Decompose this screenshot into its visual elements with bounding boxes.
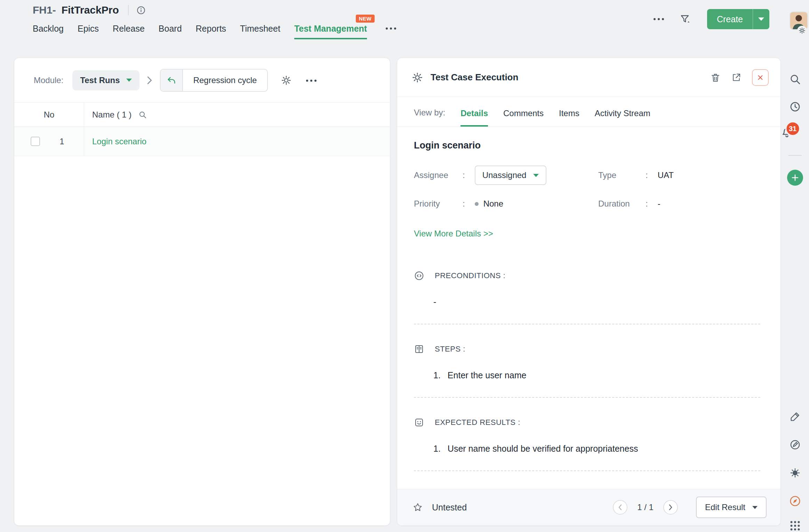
profile-settings-icon[interactable] — [797, 26, 807, 35]
tab-backlog[interactable]: Backlog — [33, 24, 64, 39]
project-name: FitTrackPro — [62, 4, 119, 16]
steps-label: STEPS : — [435, 345, 465, 354]
tab-activity-stream[interactable]: Activity Stream — [595, 108, 650, 127]
preconditions-label: PRECONDITIONS : — [435, 271, 505, 280]
priority-dot — [475, 202, 479, 206]
view-more-details-link[interactable]: View More Details >> — [414, 229, 493, 239]
step-number: 1. — [433, 370, 441, 380]
cycle-name[interactable]: Regression cycle — [183, 75, 267, 85]
close-icon[interactable] — [752, 69, 769, 86]
column-name-label: Name ( 1 ) — [92, 110, 131, 120]
previous-page-icon[interactable] — [613, 500, 627, 515]
theme-icon[interactable] — [789, 467, 801, 479]
priority-field: Priority : None — [414, 194, 598, 213]
row-checkbox[interactable] — [31, 137, 40, 146]
module-dropdown[interactable]: Test Runs — [72, 70, 139, 90]
open-new-icon[interactable] — [731, 72, 742, 83]
tab-comments[interactable]: Comments — [503, 108, 544, 127]
expected-result-text: User name should be verified for appropr… — [448, 444, 638, 454]
tab-test-management[interactable]: Test Management NEW — [294, 24, 367, 39]
step-text: Enter the user name — [448, 370, 527, 380]
type-field: Type : UAT — [598, 166, 760, 185]
view-by-label: View by: — [414, 108, 445, 127]
trash-icon[interactable] — [710, 72, 721, 83]
table-header: No Name ( 1 ) — [14, 103, 390, 127]
tab-board[interactable]: Board — [159, 24, 182, 39]
project-nav: Backlog Epics Release Board Reports Time… — [33, 22, 396, 39]
priority-label: Priority — [414, 199, 463, 209]
edit-result-button[interactable]: Edit Result — [696, 497, 767, 518]
steps-header: STEPS : — [414, 344, 760, 354]
chevron-down-icon — [752, 506, 758, 509]
type-label: Type — [598, 170, 646, 180]
info-icon[interactable] — [136, 6, 146, 15]
test-runs-toolbar: Module: Test Runs Regression cycle — [14, 58, 390, 103]
next-page-icon[interactable] — [663, 500, 678, 515]
draw-icon[interactable] — [789, 439, 801, 451]
table-row[interactable]: 1 Login scenario — [14, 127, 390, 156]
create-button-label[interactable]: Create — [707, 9, 753, 29]
create-button[interactable]: Create — [707, 9, 769, 29]
assignee-dropdown[interactable]: Unassigned — [475, 166, 547, 185]
tab-timesheet[interactable]: Timesheet — [240, 24, 280, 39]
notifications-icon[interactable]: 31 — [781, 127, 809, 138]
timer-icon[interactable] — [789, 101, 801, 113]
column-divider — [84, 103, 84, 156]
duration-value: - — [658, 199, 660, 209]
search-icon[interactable] — [138, 111, 147, 119]
settings-icon[interactable] — [281, 75, 291, 86]
explore-icon[interactable] — [789, 495, 801, 507]
tab-reports[interactable]: Reports — [196, 24, 226, 39]
chevron-down-icon — [126, 79, 132, 82]
column-name: Name ( 1 ) — [84, 110, 147, 120]
global-search-icon[interactable] — [789, 73, 801, 85]
tab-details[interactable]: Details — [460, 108, 488, 127]
tab-release[interactable]: Release — [113, 24, 145, 39]
create-caret-icon[interactable] — [753, 9, 769, 29]
notification-badge[interactable]: 31 — [785, 121, 800, 136]
case-fields: Assignee : Unassigned Type : UAT Priori — [414, 166, 760, 213]
pen-icon[interactable] — [789, 411, 801, 422]
assignee-field: Assignee : Unassigned — [414, 166, 598, 185]
tab-epics[interactable]: Epics — [78, 24, 99, 39]
test-execution-icon — [412, 72, 423, 83]
steps-section: STEPS : 1. Enter the user name — [414, 344, 760, 398]
ellipsis-icon — [306, 80, 317, 82]
nav-more-icon[interactable] — [386, 22, 396, 39]
ellipsis-icon — [654, 18, 664, 20]
execution-header: Test Case Execution — [397, 58, 780, 97]
expected-results-icon — [414, 417, 424, 428]
rail-divider — [788, 155, 802, 156]
execution-footer: Untested 1 / 1 Edit Result — [397, 489, 780, 525]
priority-value: None — [483, 199, 503, 209]
expected-results-header: EXPECTED RESULTS : — [414, 417, 760, 428]
tab-label: Test Management — [294, 24, 367, 33]
header-more-icon[interactable] — [654, 18, 664, 20]
filter-icon[interactable] — [680, 14, 691, 25]
quick-add-icon[interactable] — [787, 170, 803, 186]
row-number: 1 — [40, 137, 84, 146]
star-icon[interactable] — [412, 502, 423, 513]
section-divider — [414, 324, 760, 324]
cycle-selector: Regression cycle — [160, 69, 268, 92]
section-divider — [414, 397, 760, 398]
assignee-value: Unassigned — [482, 170, 527, 180]
execution-actions — [710, 69, 769, 86]
colon: : — [463, 170, 465, 180]
project-title-row: FH1- FitTrackPro — [33, 4, 146, 16]
chevron-down-icon — [533, 174, 539, 177]
toolbar-more-icon[interactable] — [306, 78, 317, 83]
execution-content: Login scenario Assignee : Unassigned Typ… — [397, 127, 780, 471]
page-indicator: 1 / 1 — [637, 502, 654, 512]
panel-title: Test Case Execution — [431, 72, 518, 83]
type-value: UAT — [658, 170, 674, 180]
back-icon[interactable] — [161, 70, 183, 91]
assignee-label: Assignee — [414, 170, 463, 180]
test-case-link[interactable]: Login scenario — [84, 137, 146, 146]
module-dropdown-value: Test Runs — [80, 75, 120, 85]
project-code: FH1- — [33, 4, 56, 16]
apps-grid-icon[interactable] — [789, 519, 801, 532]
colon: : — [646, 199, 648, 209]
tab-items[interactable]: Items — [559, 108, 579, 127]
new-badge: NEW — [356, 15, 375, 23]
